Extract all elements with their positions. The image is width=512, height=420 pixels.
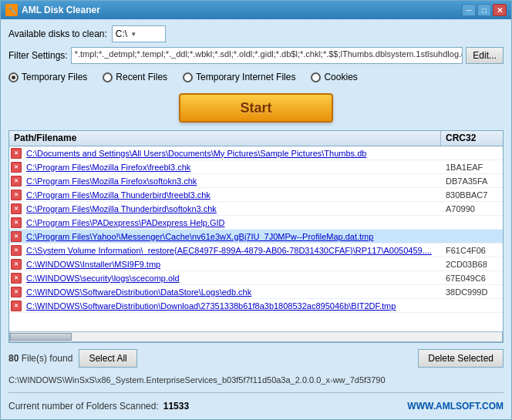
file-icon: ✕: [9, 147, 23, 160]
radio-cookies[interactable]: Cookies: [311, 72, 357, 82]
radio-temp-files-label: Temporary Files: [22, 72, 87, 82]
main-window: 🔧 AML Disk Cleaner ─ □ ✕ Available disks…: [0, 0, 512, 420]
close-button[interactable]: ✕: [493, 4, 507, 16]
file-list-header: Path/Filename CRC32: [9, 131, 503, 146]
file-path: C:\Documents and Settings\All Users\Docu…: [23, 149, 441, 158]
file-icon: ✕: [9, 203, 23, 215]
start-button[interactable]: Start: [179, 93, 333, 123]
filter-settings-label: Filter Settings:: [8, 50, 68, 61]
app-icon: 🔧: [5, 4, 18, 16]
table-row[interactable]: ✕ C:\Program Files\Mozilla Thunderbird\f…: [9, 188, 503, 202]
file-count-display: 80 File(s) found: [8, 353, 72, 364]
file-crc: A70990: [441, 204, 503, 213]
file-path: C:\Program Files\Mozilla Thunderbird\sof…: [23, 204, 441, 213]
file-path: C:\WINDOWS\SoftwareDistribution\Download…: [23, 301, 441, 311]
start-button-container: Start: [8, 90, 504, 126]
divider: [8, 392, 504, 393]
table-row[interactable]: ✕ C:\WINDOWS\security\logs\scecomp.old 6…: [9, 271, 503, 285]
file-path: C:\Program Files\PADexpress\PADexpress H…: [23, 218, 441, 227]
file-icon: ✕: [9, 230, 23, 243]
title-bar: 🔧 AML Disk Cleaner ─ □ ✕: [1, 1, 511, 19]
scan-status-row: Current number of Folders Scanned: 11533…: [8, 399, 504, 413]
edit-filter-button[interactable]: Edit...: [466, 47, 504, 64]
radio-temp-files-indicator: [8, 72, 19, 82]
radio-temp-internet-indicator: [183, 72, 193, 82]
file-icon: ✕: [9, 244, 23, 257]
minimize-button[interactable]: ─: [462, 4, 476, 16]
table-row[interactable]: ✕ C:\Program Files\Yahoo!\Messenger\Cach…: [9, 230, 503, 244]
table-row[interactable]: ✕ C:\Program Files\Mozilla Firefox\freeb…: [9, 160, 503, 174]
file-crc: 38DC999D: [441, 287, 503, 297]
table-row[interactable]: ✕ C:\System Volume Information\_restore{…: [9, 244, 503, 257]
disk-selector-row: Available disks to clean: C:\ ▼: [8, 25, 504, 42]
crc-column-header: CRC32: [441, 131, 503, 146]
file-icon: ✕: [9, 300, 23, 312]
select-all-button[interactable]: Select All: [79, 349, 136, 368]
website-link[interactable]: WWW.AMLSOFT.COM: [407, 401, 504, 412]
scan-status-label: Current number of Folders Scanned:: [8, 401, 159, 412]
file-crc: 2CD03B68: [441, 260, 503, 269]
file-path: C:\Program Files\Mozilla Firefox\softokn…: [23, 176, 441, 186]
file-path: C:\WINDOWS\SoftwareDistribution\DataStor…: [23, 287, 441, 297]
disk-selector-label: Available disks to clean:: [8, 29, 107, 39]
bottom-controls-bar: 80 File(s) found Select All Delete Selec…: [8, 348, 504, 369]
radio-cookies-indicator: [311, 72, 321, 82]
radio-recent-files-indicator: [103, 72, 113, 82]
delete-selected-button[interactable]: Delete Selected: [418, 349, 504, 368]
file-crc: 67E049C6: [441, 274, 503, 283]
table-row[interactable]: ✕ C:\Program Files\Mozilla Firefox\softo…: [9, 174, 503, 188]
file-crc: 830BBAC7: [441, 190, 503, 200]
file-icon: ✕: [9, 258, 23, 270]
scan-folder-count: 11533: [163, 401, 189, 412]
table-row[interactable]: ✕ C:\WINDOWS\Installer\MSI9F9.tmp 2CD03B…: [9, 257, 503, 271]
maximize-button[interactable]: □: [477, 4, 491, 16]
filter-type-radio-group: Temporary Files Recent Files Temporary I…: [8, 69, 504, 86]
file-path: C:\Program Files\Yahoo!\Messenger\Cache\…: [23, 232, 441, 241]
radio-recent-files-label: Recent Files: [116, 72, 167, 82]
file-path: C:\Program Files\Mozilla Thunderbird\fre…: [23, 190, 441, 200]
file-path: C:\System Volume Information\_restore{AE…: [23, 246, 441, 255]
radio-cookies-label: Cookies: [324, 72, 357, 82]
file-list-body[interactable]: ✕ C:\Documents and Settings\All Users\Do…: [9, 146, 503, 331]
file-crc: DB7A35FA: [441, 176, 503, 186]
file-path: C:\WINDOWS\Installer\MSI9F9.tmp: [23, 260, 441, 269]
file-icon: ✕: [9, 161, 23, 173]
dropdown-arrow-icon: ▼: [130, 31, 136, 38]
horizontal-scrollbar[interactable]: [9, 331, 503, 342]
file-count-label: File(s) found: [22, 353, 73, 364]
file-path: C:\Program Files\Mozilla Firefox\freebl3…: [23, 163, 441, 172]
current-path-display: C:\WINDOWS\WinSxS\x86_System.EnterpriseS…: [8, 374, 504, 386]
table-row[interactable]: ✕ C:\WINDOWS\SoftwareDistribution\DataSt…: [9, 285, 503, 299]
scrollbar-thumb[interactable]: [10, 333, 72, 341]
file-icon: ✕: [9, 175, 23, 187]
filter-settings-row: Filter Settings: *.tmpl;*._detmpl;*.temp…: [8, 47, 504, 64]
file-crc: 1BA1EAF: [441, 163, 503, 172]
radio-recent-files[interactable]: Recent Files: [103, 72, 167, 82]
radio-temp-internet[interactable]: Temporary Internet Files: [183, 72, 295, 82]
disk-value: C:\: [116, 29, 127, 39]
radio-temp-internet-label: Temporary Internet Files: [196, 72, 295, 82]
file-count-number: 80: [8, 353, 19, 364]
window-controls: ─ □ ✕: [462, 4, 507, 16]
radio-temp-files[interactable]: Temporary Files: [8, 72, 87, 82]
file-list-container: Path/Filename CRC32 ✕ C:\Documents and S…: [8, 130, 504, 343]
file-icon: ✕: [9, 272, 23, 284]
table-row[interactable]: ✕ C:\Program Files\Mozilla Thunderbird\s…: [9, 202, 503, 216]
file-icon: ✕: [9, 286, 23, 298]
table-row[interactable]: ✕ C:\WINDOWS\SoftwareDistribution\Downlo…: [9, 299, 503, 313]
table-row[interactable]: ✕ C:\Program Files\PADexpress\PADexpress…: [9, 216, 503, 230]
content-area: Available disks to clean: C:\ ▼ Filter S…: [1, 19, 511, 419]
disk-dropdown[interactable]: C:\ ▼: [112, 25, 166, 42]
file-icon: ✕: [9, 189, 23, 201]
table-row[interactable]: ✕ C:\Documents and Settings\All Users\Do…: [9, 146, 503, 160]
filter-text-display: *.tmpl;*._detmpl;*.templ;*._ddl;*.wbkl;*…: [71, 47, 463, 64]
file-path: C:\WINDOWS\security\logs\scecomp.old: [23, 274, 441, 283]
window-title: AML Disk Cleaner: [22, 5, 462, 15]
path-column-header: Path/Filename: [9, 131, 441, 146]
file-icon: ✕: [9, 217, 23, 229]
file-crc: F61C4F06: [441, 246, 503, 255]
